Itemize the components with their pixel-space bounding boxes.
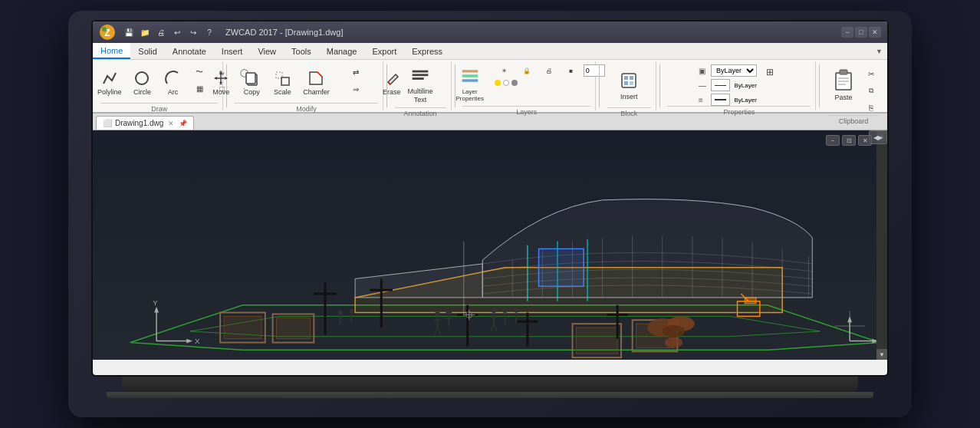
scale-icon — [274, 70, 291, 87]
layer-row1: ☀ 🔒 🖨 ■ — [495, 63, 605, 78]
clipboard-tools: Paste ✂ ⧉ ⎘ — [827, 63, 880, 115]
lineweight-icon: ≡ — [699, 96, 708, 104]
svg-line-15 — [317, 72, 322, 77]
layer-toggle2[interactable]: 🔒 — [517, 63, 537, 78]
tab-bar: ⬜ Drawing1.dwg ✕ 📌 — [93, 114, 887, 130]
layer-color-yellow — [495, 80, 501, 86]
undo-quick-btn[interactable]: ↩ — [170, 25, 184, 39]
drawing-tab-close[interactable]: ✕ — [166, 120, 176, 127]
open-quick-btn[interactable]: 📁 — [138, 25, 152, 39]
cut-btn[interactable]: ✂ — [862, 66, 880, 81]
layer-toggle4[interactable]: ■ — [561, 63, 581, 78]
block-tools: Insert — [610, 63, 647, 107]
linetype-label: ByLayer — [735, 82, 757, 89]
svg-rect-24 — [624, 76, 628, 80]
close-button[interactable]: ✕ — [869, 27, 881, 38]
copy-clipboard-btn[interactable]: ⧉ — [862, 83, 880, 98]
sep6 — [819, 64, 820, 107]
close-view-btn[interactable]: ✕ — [858, 135, 872, 146]
redo-quick-btn[interactable]: ↪ — [186, 25, 200, 39]
layer-toggle1[interactable]: ☀ — [495, 63, 515, 78]
screen: Z 💾 📁 🖨 ↩ ↪ ? ZWCAD 2017 - [Drawing1.dwg… — [91, 20, 889, 377]
laptop-base — [107, 392, 873, 398]
help-quick-btn[interactable]: ? — [202, 25, 216, 39]
ribbon-draw-section: Line Polyline — [96, 61, 223, 110]
minimize-button[interactable]: − — [841, 27, 853, 38]
color-dropdown[interactable]: ByLayer — [711, 64, 757, 77]
layer-controls: ☀ 🔒 🖨 ■ — [495, 63, 605, 86]
svg-point-94 — [665, 337, 682, 348]
maximize-button[interactable]: □ — [855, 27, 867, 38]
svg-rect-23 — [622, 74, 636, 87]
multiline-text-btn[interactable]: MultilineText — [402, 63, 439, 107]
svg-line-74 — [438, 328, 441, 335]
layer-number-input[interactable] — [584, 64, 605, 77]
scroll-track[interactable] — [876, 141, 887, 349]
copy-tool-btn[interactable]: Copy — [238, 63, 265, 103]
ribbon-properties-section: ▣ ByLayer — ByLayer — [663, 61, 816, 110]
menu-express[interactable]: Express — [404, 43, 450, 59]
chamfer-tool-btn[interactable]: Chamfer — [299, 63, 334, 103]
menu-view[interactable]: View — [250, 43, 284, 59]
polyline-tool-btn[interactable]: Polyline — [94, 63, 126, 103]
menu-export[interactable]: Export — [364, 43, 404, 59]
svg-rect-26 — [624, 81, 628, 85]
menu-manage[interactable]: Manage — [319, 43, 365, 59]
move-tool-btn[interactable]: Move — [207, 63, 235, 103]
layer-properties-btn[interactable]: LayerProperties — [449, 63, 492, 106]
svg-rect-19 — [413, 77, 424, 80]
arc-tool-btn[interactable]: Arc — [159, 63, 186, 103]
scale-tool-btn[interactable]: Scale — [268, 63, 296, 103]
menu-solid[interactable]: Solid — [130, 43, 164, 59]
pan-middle-btn[interactable]: ⊡ — [842, 135, 856, 146]
offset-tool[interactable]: ⇒ — [337, 81, 375, 97]
scrollbar-right[interactable]: ▲ ▼ — [876, 130, 887, 360]
insert-block-btn[interactable]: Insert — [610, 63, 647, 107]
zwcad-logo-icon: Z — [99, 24, 116, 41]
menu-expand-icon[interactable]: ▼ — [871, 43, 887, 59]
menu-annotate[interactable]: Annotate — [165, 43, 214, 59]
svg-rect-18 — [413, 74, 429, 76]
window-title: ZWCAD 2017 - [Drawing1.dwg] — [225, 28, 343, 37]
svg-marker-104 — [154, 307, 159, 313]
paste-btn[interactable]: Paste — [827, 63, 860, 106]
ribbon-annotation-section: MultilineText Annotation — [390, 61, 452, 110]
circle-tool-btn[interactable]: Circle — [128, 63, 156, 103]
mirror-tool[interactable]: ⇄ — [337, 64, 375, 80]
zoom-out-btn[interactable]: − — [826, 135, 840, 146]
insert-block-label: Insert — [620, 93, 638, 101]
svg-rect-20 — [462, 79, 478, 81]
svg-point-75 — [446, 311, 452, 315]
window-controls: − □ ✕ — [841, 27, 881, 38]
layer-properties-icon — [459, 66, 482, 86]
svg-line-86 — [494, 324, 497, 331]
layer-toggle3[interactable]: 🖨 — [539, 63, 559, 78]
menu-insert[interactable]: Insert — [214, 43, 251, 59]
paste-special-btn[interactable]: ⎘ — [862, 100, 880, 115]
move-icon — [212, 70, 229, 87]
arc-icon — [164, 70, 181, 87]
drawing-tab-pin[interactable]: 📌 — [179, 120, 187, 127]
svg-marker-105 — [186, 339, 192, 344]
menu-tools[interactable]: Tools — [284, 43, 319, 59]
svg-text:X: X — [195, 337, 200, 345]
linetype-property-row: — ByLayer — [699, 79, 757, 91]
properties-expand-btn[interactable]: ⊞ — [760, 64, 780, 80]
menu-home[interactable]: Home — [93, 43, 130, 59]
scroll-down-btn[interactable]: ▼ — [876, 349, 887, 360]
save-quick-btn[interactable]: 💾 — [122, 25, 136, 39]
svg-rect-22 — [462, 70, 478, 72]
print-quick-btn[interactable]: 🖨 — [154, 25, 168, 39]
ribbon-clipboard-section: Paste ✂ ⧉ ⎘ Clipboard — [823, 61, 884, 110]
layer-color-grey — [511, 80, 518, 86]
svg-point-2 — [102, 27, 107, 31]
paste-icon — [833, 67, 854, 91]
svg-rect-21 — [462, 74, 478, 77]
move-label: Move — [212, 88, 229, 97]
drawing-tab[interactable]: ⬜ Drawing1.dwg ✕ 📌 — [96, 116, 194, 130]
svg-rect-55 — [276, 318, 310, 338]
ribbon-layers-section: LayerProperties ☀ 🔒 🖨 ■ — [458, 61, 596, 110]
multiline-text-icon — [409, 66, 431, 86]
sep4 — [599, 64, 600, 107]
svg-marker-8 — [219, 82, 222, 85]
